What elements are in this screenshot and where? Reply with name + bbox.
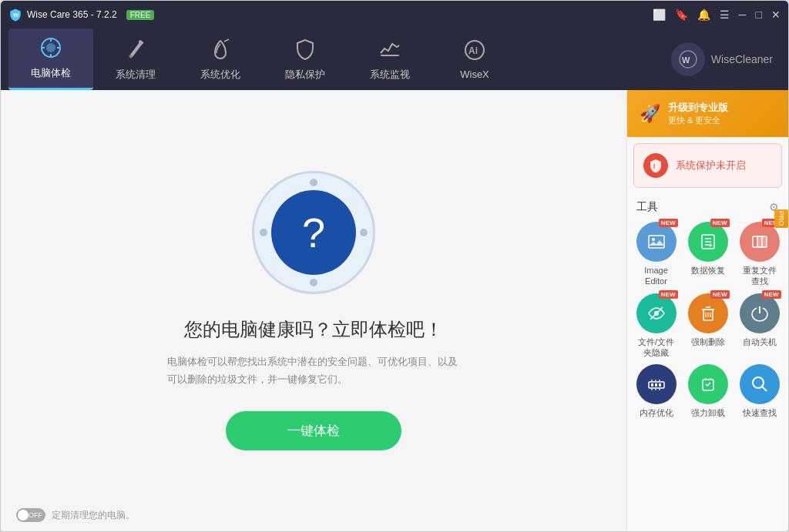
svg-text:!: ! <box>653 162 656 170</box>
auto-clean-toggle[interactable]: OFF <box>16 508 45 522</box>
monitor-icon[interactable]: ⬜ <box>653 9 666 20</box>
quick-search-label: 快速查找 <box>743 407 777 418</box>
tool-force-delete[interactable]: NEW 强制删除 <box>685 293 730 359</box>
security-icon: ! <box>643 153 668 178</box>
tools-section: 工具 ⚙ NEW ImageEd <box>627 194 788 531</box>
tool-uninstaller[interactable]: 强力卸载 <box>685 364 730 418</box>
mem-opt-label: 内存优化 <box>640 407 673 418</box>
nav-item-privacy[interactable]: 隐私保护 <box>263 28 347 90</box>
svg-point-2 <box>46 43 55 52</box>
tool-file-hider[interactable]: NEW 文件/文件夹隐藏 <box>633 293 679 359</box>
new-badge-file-hider: NEW <box>659 290 678 299</box>
health-question-mark: ? <box>302 212 325 253</box>
bookmark-icon[interactable]: 🔖 <box>675 9 688 20</box>
window-controls: ⬜ 🔖 🔔 ☰ ─ □ ✕ <box>653 9 781 20</box>
nav-label-pc-check: 电脑体检 <box>31 66 71 80</box>
sys-monitor-icon <box>378 38 401 65</box>
nav-label-sys-clean: 系统清理 <box>116 68 156 82</box>
duplicate-finder-icon-wrap: NEW <box>740 222 780 262</box>
svg-rect-32 <box>651 383 653 386</box>
svg-rect-34 <box>659 383 661 386</box>
main-text-section: 您的电脑健康吗？立即体检吧！ 电脑体检可以帮您找出系统中潜在的安全问题、可优化项… <box>167 317 460 389</box>
app-title: Wise Care 365 - 7.2.2 <box>27 9 117 20</box>
file-hider-icon-wrap: NEW <box>636 293 677 333</box>
svg-text:W: W <box>682 55 690 65</box>
toggle-knob <box>18 510 29 520</box>
new-badge-image-editor: NEW <box>659 219 678 227</box>
svg-text:Ai: Ai <box>468 45 478 56</box>
new-badge-auto-shutdown: NEW <box>762 290 781 299</box>
tools-title: 工具 <box>636 200 658 214</box>
upgrade-banner[interactable]: 🚀 升级到专业版 更快 & 更安全 <box>627 90 788 137</box>
nav-label-sys-opt: 系统优化 <box>200 68 240 82</box>
svg-point-16 <box>652 238 655 241</box>
tools-grid: NEW ImageEditor NEW <box>633 222 782 418</box>
svg-rect-22 <box>757 236 767 247</box>
ring-dot-left <box>260 229 267 236</box>
ring-dot-bottom <box>310 279 317 286</box>
auto-shutdown-label: 自动关机 <box>743 336 777 347</box>
upgrade-text: 升级到专业版 更快 & 更安全 <box>668 101 728 126</box>
wisecleaner-icon: W <box>671 42 705 76</box>
svg-text:W: W <box>13 12 19 18</box>
health-inner-circle: ? <box>271 190 356 275</box>
new-badge-force-delete: NEW <box>710 290 730 299</box>
uninstaller-icon-wrap <box>688 364 728 404</box>
nav-label-wisex: WiseX <box>460 69 489 80</box>
nav-item-sys-clean[interactable]: 系统清理 <box>93 28 178 90</box>
pc-check-icon <box>39 36 62 63</box>
svg-rect-9 <box>381 55 399 56</box>
close-button[interactable]: ✕ <box>771 9 781 20</box>
ring-dot-right <box>360 229 368 236</box>
check-button[interactable]: 一键体检 <box>226 411 401 450</box>
ring-dot-top <box>310 179 317 186</box>
wisex-icon: Ai <box>463 38 486 65</box>
file-hider-label: 文件/文件夹隐藏 <box>638 336 674 359</box>
maximize-button[interactable]: □ <box>756 9 762 20</box>
svg-rect-33 <box>655 383 657 386</box>
tool-auto-shutdown[interactable]: NEW 自动关机 <box>737 293 782 359</box>
uninstaller-label: 强力卸载 <box>691 407 725 418</box>
minimize-button[interactable]: ─ <box>739 9 747 20</box>
force-delete-label: 强制删除 <box>691 336 725 347</box>
tool-image-editor[interactable]: NEW ImageEditor <box>633 222 679 287</box>
svg-line-8 <box>224 39 229 42</box>
data-recovery-label: 数据恢复 <box>691 265 725 276</box>
data-recovery-icon-wrap: NEW <box>688 222 728 262</box>
tools-header: 工具 ⚙ <box>633 200 782 214</box>
image-editor-label: ImageEditor <box>644 265 668 287</box>
tool-duplicate-finder[interactable]: NEW 重复文件查找 <box>737 222 782 287</box>
tool-quick-search[interactable]: 快速查找 <box>737 364 782 418</box>
app-logo: W Wise Care 365 - 7.2.2 FREE <box>8 8 154 22</box>
nav-item-sys-monitor[interactable]: 系统监视 <box>347 28 432 90</box>
sys-clean-icon <box>124 38 147 65</box>
wisecleaner-text: WiseCleaner <box>711 53 773 65</box>
duplicate-finder-label: 重复文件查找 <box>743 265 777 287</box>
security-text: 系统保护未开启 <box>676 159 746 172</box>
upgrade-icon: 🚀 <box>640 104 660 124</box>
privacy-icon <box>294 38 317 65</box>
bell-icon[interactable]: 🔔 <box>697 9 710 20</box>
nav-item-sys-opt[interactable]: 系统优化 <box>178 28 263 90</box>
titlebar: W Wise Care 365 - 7.2.2 FREE ⬜ 🔖 🔔 ☰ ─ □… <box>1 1 788 28</box>
sys-opt-icon <box>209 38 232 65</box>
toggle-off-label: OFF <box>29 511 42 519</box>
svg-point-44 <box>753 377 764 388</box>
health-desc: 电脑体检可以帮您找出系统中潜在的安全问题、可优化项目、以及可以删除的垃圾文件，并… <box>167 353 460 389</box>
image-editor-icon-wrap: NEW <box>636 222 677 262</box>
tool-mem-opt[interactable]: 内存优化 <box>633 364 679 418</box>
mem-opt-icon-wrap <box>636 364 677 404</box>
health-icon: ? <box>252 171 375 294</box>
app-window: W Wise Care 365 - 7.2.2 FREE ⬜ 🔖 🔔 ☰ ─ □… <box>0 0 789 532</box>
new-badge-data-recovery: NEW <box>710 219 730 227</box>
menu-icon[interactable]: ☰ <box>720 9 730 20</box>
force-delete-icon-wrap: NEW <box>688 293 728 333</box>
quick-search-icon-wrap <box>740 364 780 404</box>
security-banner[interactable]: ! 系统保护未开启 <box>633 143 782 188</box>
main-area: ? 您的电脑健康吗？立即体检吧！ 电脑体检可以帮您找出系统中潜在的安全问题、可优… <box>1 90 788 531</box>
wisecleaner-logo: W WiseCleaner <box>671 42 773 76</box>
nav-item-pc-check[interactable]: 电脑体检 <box>8 28 93 90</box>
footer-text: 定期清理您的电脑。 <box>52 509 135 522</box>
nav-item-wisex[interactable]: Ai WiseX <box>432 28 517 90</box>
tool-data-recovery[interactable]: NEW 数据恢复 <box>685 222 730 287</box>
